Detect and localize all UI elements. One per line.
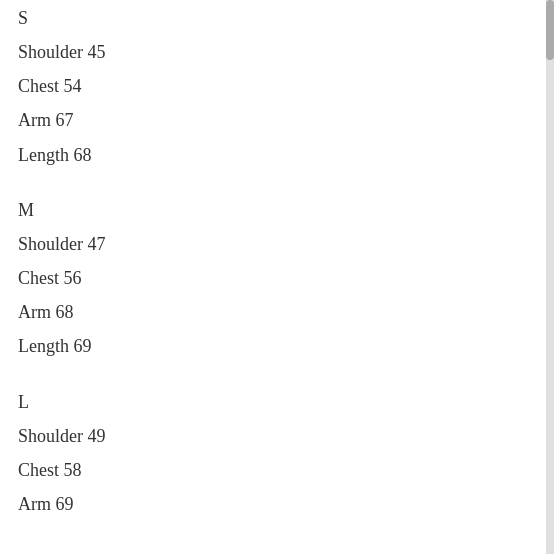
scrollbar[interactable] (546, 0, 554, 554)
measurement-shoulder-s: Shoulder 45 (18, 35, 554, 69)
size-section-m: MShoulder 47Chest 56Arm 68Length 69 (18, 200, 554, 364)
measurement-arm-m: Arm 68 (18, 295, 554, 329)
measurement-shoulder-l: Shoulder 49 (18, 419, 554, 453)
measurement-chest-s: Chest 54 (18, 69, 554, 103)
measurement-chest-l: Chest 58 (18, 453, 554, 487)
size-section-l: LShoulder 49Chest 58Arm 69 (18, 392, 554, 522)
size-section-s: SShoulder 45Chest 54Arm 67Length 68 (18, 8, 554, 172)
size-label-s: S (18, 8, 554, 29)
size-chart-content: SShoulder 45Chest 54Arm 67Length 68MShou… (18, 8, 554, 521)
measurement-length-s: Length 68 (18, 138, 554, 172)
measurement-chest-m: Chest 56 (18, 261, 554, 295)
measurement-arm-s: Arm 67 (18, 103, 554, 137)
measurement-shoulder-m: Shoulder 47 (18, 227, 554, 261)
size-label-l: L (18, 392, 554, 413)
scrollbar-thumb[interactable] (546, 0, 554, 60)
measurement-arm-l: Arm 69 (18, 487, 554, 521)
size-label-m: M (18, 200, 554, 221)
measurement-length-m: Length 69 (18, 329, 554, 363)
